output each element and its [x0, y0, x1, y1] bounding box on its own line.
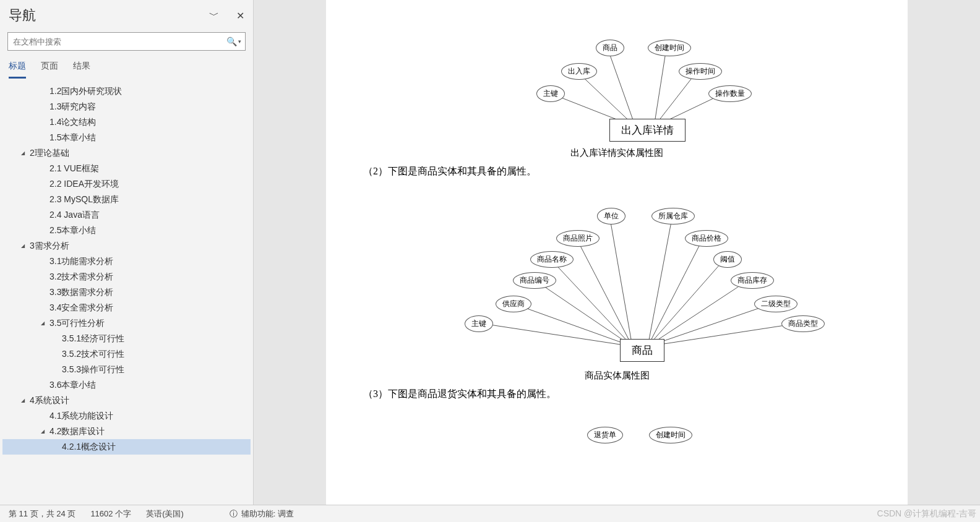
outline-label: 2.1 VUE框架	[49, 163, 99, 174]
outline-tree: ◢1.2国内外研究现状◢1.3研究内容◢1.4论文结构◢1.5本章小结2理论基础…	[0, 80, 253, 505]
entity-rect: 商品	[620, 339, 664, 362]
document-area[interactable]: 主键 出入库 商品 创建时间 操作时间 操作数量 出入库详情 出入库详情实体属性…	[254, 0, 980, 505]
attr-ellipse: 商品库存	[731, 272, 774, 289]
expand-arrow-icon[interactable]	[19, 150, 27, 156]
expand-arrow-icon[interactable]	[19, 243, 27, 249]
tab-results[interactable]: 结果	[73, 57, 90, 79]
outline-item[interactable]: ◢3.5.3操作可行性	[2, 362, 251, 377]
svg-line-17	[648, 323, 801, 346]
attr-ellipse: 商品	[596, 40, 624, 56]
svg-line-13	[648, 237, 703, 346]
nav-tabs: 标题 页面 结果	[0, 57, 253, 80]
status-bar: 第 11 页，共 24 页 11602 个字 英语(美国) ⓘ 辅助功能: 调查	[0, 505, 980, 522]
tab-pages[interactable]: 页面	[41, 57, 58, 79]
er-diagram-2: 主键 供应商 商品编号 商品名称 商品照片 单位 所属仓库 商品价格 阈值 商品…	[363, 186, 870, 365]
attr-ellipse: 操作时间	[679, 63, 722, 80]
outline-label: 3.5可行性分析	[49, 318, 105, 329]
outline-item[interactable]: ◢2.3 MySQL数据库	[2, 192, 251, 207]
outline-label: 1.4论文结构	[49, 117, 96, 128]
outline-label: 2理论基础	[30, 148, 69, 159]
outline-label: 1.5本章小结	[49, 132, 96, 143]
outline-item[interactable]: ◢2.2 IDEA开发环境	[2, 176, 251, 192]
outline-label: 4.2数据库设计	[49, 426, 105, 437]
outline-label: 3.3数据需求分析	[49, 287, 113, 298]
attr-ellipse: 二级类型	[754, 296, 797, 312]
outline-item[interactable]: ◢1.3研究内容	[2, 99, 251, 114]
svg-line-3	[654, 48, 666, 127]
attr-ellipse: 创建时间	[648, 40, 691, 56]
outline-label: 3.6本章小结	[49, 380, 96, 391]
search-input[interactable]	[8, 37, 226, 46]
attr-ellipse: 商品价格	[685, 230, 728, 247]
status-language[interactable]: 英语(美国)	[146, 508, 184, 520]
outline-item[interactable]: 3需求分析	[2, 238, 251, 254]
outline-item[interactable]: ◢2.1 VUE框架	[2, 161, 251, 176]
search-icon[interactable]: 🔍	[226, 36, 237, 46]
nav-title: 导航	[9, 6, 36, 25]
outline-label: 2.2 IDEA开发环境	[49, 179, 119, 190]
outline-item[interactable]: 4系统设计	[2, 393, 251, 408]
accessibility-icon: ⓘ	[230, 508, 238, 520]
outline-item[interactable]: ◢3.1功能需求分析	[2, 254, 251, 269]
outline-item[interactable]: 2理论基础	[2, 145, 251, 161]
attr-ellipse: 所属仓库	[651, 208, 695, 225]
outline-label: 3.5.1经济可行性	[62, 333, 124, 344]
outline-item[interactable]: ◢3.6本章小结	[2, 377, 251, 393]
outline-item[interactable]: 3.5可行性分析	[2, 315, 251, 331]
attr-ellipse: 创建时间	[649, 427, 692, 443]
diagram-caption: 商品实体属性图	[363, 370, 870, 382]
outline-item[interactable]: ◢3.3数据需求分析	[2, 285, 251, 300]
outline-label: 1.3研究内容	[49, 101, 96, 113]
outline-item[interactable]: ◢3.5.2技术可行性	[2, 346, 251, 362]
er-diagram-3-partial: 退货单 创建时间	[363, 408, 870, 445]
attr-ellipse: 供应商	[496, 296, 531, 312]
outline-label: 4.2.1概念设计	[62, 442, 116, 453]
status-page[interactable]: 第 11 页，共 24 页	[9, 508, 75, 520]
outline-item[interactable]: ◢2.5本章小结	[2, 223, 251, 238]
outline-item[interactable]: ◢1.2国内外研究现状	[2, 83, 251, 99]
svg-line-2	[608, 48, 635, 127]
chevron-down-icon[interactable]: ﹀	[209, 9, 219, 22]
body-text: （3）下图是商品退货实体和其具备的属性。	[363, 388, 870, 401]
outline-item[interactable]: ◢1.4论文结构	[2, 114, 251, 130]
attr-ellipse: 单位	[597, 208, 625, 225]
outline-item[interactable]: ◢4.1系统功能设计	[2, 408, 251, 424]
svg-line-10	[576, 237, 632, 346]
svg-line-12	[648, 215, 673, 346]
svg-line-14	[648, 259, 725, 346]
outline-item[interactable]: 4.2数据库设计	[2, 424, 251, 439]
attr-ellipse: 操作数量	[708, 85, 752, 102]
attr-ellipse: 出入库	[561, 63, 597, 80]
attr-ellipse: 阈值	[713, 251, 742, 268]
outline-item[interactable]: ◢3.2技术需求分析	[2, 269, 251, 285]
outline-item[interactable]: ◢3.5.1经济可行性	[2, 331, 251, 346]
svg-line-8	[534, 280, 632, 346]
svg-line-6	[478, 323, 632, 346]
attr-ellipse: 退货单	[587, 427, 623, 443]
outline-item[interactable]: ◢1.5本章小结	[2, 130, 251, 145]
svg-line-9	[550, 259, 632, 346]
outline-item[interactable]: ◢3.4安全需求分析	[2, 300, 251, 315]
outline-label: 4.1系统功能设计	[49, 411, 113, 422]
svg-line-7	[512, 303, 632, 346]
expand-arrow-icon[interactable]	[38, 429, 47, 434]
close-icon[interactable]: ✕	[236, 10, 244, 22]
svg-line-16	[648, 303, 774, 346]
search-box[interactable]: 🔍 ▾	[7, 32, 246, 51]
search-dropdown-icon[interactable]: ▾	[238, 38, 241, 45]
attr-ellipse: 商品名称	[530, 251, 574, 268]
tab-headings[interactable]: 标题	[9, 57, 26, 79]
outline-item[interactable]: ◢4.2.1概念设计	[2, 439, 251, 455]
attr-ellipse: 商品编号	[513, 272, 556, 289]
outline-item[interactable]: ◢2.4 Java语言	[2, 207, 251, 223]
outline-label: 3.2技术需求分析	[49, 272, 113, 283]
outline-label: 3.5.3操作可行性	[62, 364, 124, 375]
expand-arrow-icon[interactable]	[19, 398, 27, 403]
expand-arrow-icon[interactable]	[38, 320, 47, 326]
status-words[interactable]: 11602 个字	[90, 508, 131, 520]
outline-label: 2.3 MySQL数据库	[49, 194, 119, 205]
attr-ellipse: 主键	[465, 315, 493, 332]
outline-label: 3需求分析	[30, 241, 69, 252]
attr-ellipse: 商品类型	[781, 315, 825, 332]
status-accessibility[interactable]: ⓘ 辅助功能: 调查	[230, 508, 294, 520]
